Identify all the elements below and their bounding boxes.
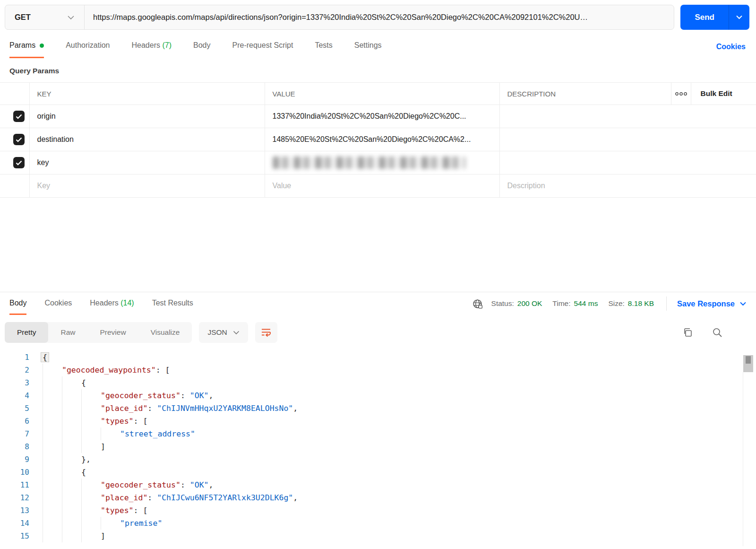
line-number: 1	[0, 351, 29, 364]
scrollbar-thumb[interactable]	[743, 355, 753, 372]
param-checkbox-cell	[0, 151, 29, 174]
indent-guide	[62, 389, 81, 402]
indent-guide	[62, 517, 81, 530]
param-value-input[interactable]: Value	[265, 174, 499, 198]
response-tab-test-results[interactable]: Test Results	[152, 292, 193, 315]
indent-guide	[43, 364, 62, 376]
code-content: {	[43, 466, 86, 479]
tab-headers[interactable]: Headers (7)	[132, 41, 172, 58]
param-description-cell[interactable]	[499, 105, 756, 128]
indent-guide	[81, 415, 101, 427]
param-key-cell[interactable]: origin	[29, 105, 265, 128]
json-key: "geocoded_waypoints"	[62, 366, 156, 375]
search-icon[interactable]	[712, 327, 723, 338]
wrap-lines-button[interactable]	[255, 322, 277, 343]
indent-guide	[43, 427, 62, 440]
indent-guide	[62, 479, 81, 491]
code-content: "place_id": "ChIJNVmHHqxU2YARKM8EALOHsNo…	[43, 402, 298, 415]
description-column-header: DESCRIPTION	[499, 83, 671, 105]
tab-settings[interactable]: Settings	[354, 41, 382, 58]
param-description-input[interactable]: Description	[499, 174, 756, 198]
param-key-input[interactable]: Key	[29, 174, 265, 198]
bulk-edit-button[interactable]: Bulk Edit	[691, 83, 756, 105]
json-punctuation: : [	[134, 417, 148, 426]
response-tab-headers[interactable]: Headers (14)	[90, 292, 134, 315]
json-key: "types"	[101, 506, 134, 515]
indent-guide	[62, 491, 81, 504]
code-content: ]	[43, 440, 105, 453]
checkbox-checked[interactable]	[13, 134, 25, 145]
redacted-api-key-value	[273, 157, 465, 169]
json-string: "ChIJNVmHHqxU2YARKM8EALOHsNo"	[157, 404, 293, 413]
tab-body[interactable]: Body	[193, 41, 210, 58]
method-selector[interactable]: GET	[5, 5, 85, 29]
json-punctuation: :	[180, 391, 190, 400]
json-punctuation: ,	[209, 480, 214, 489]
json-punctuation: : [	[134, 506, 148, 515]
indent-guide	[81, 517, 101, 530]
json-punctuation: :	[180, 480, 190, 489]
copy-icon[interactable]	[682, 327, 694, 338]
params-header-row: KEY VALUE DESCRIPTION Bulk Edit	[0, 83, 756, 105]
param-key-cell[interactable]: key	[29, 151, 265, 174]
view-preview-button[interactable]: Preview	[88, 322, 138, 343]
indent-guide	[43, 453, 62, 466]
tab-tests[interactable]: Tests	[315, 41, 332, 58]
json-punctuation: :	[147, 404, 157, 413]
response-meta: Status: 200 OK Time: 544 ms Size: 8.18 K…	[472, 292, 747, 315]
param-description-cell[interactable]	[499, 151, 756, 174]
param-value-cell[interactable]: 1337%20India%20St%2C%20San%20Diego%2C%20…	[265, 105, 499, 128]
format-select[interactable]: JSON	[199, 322, 248, 343]
send-button[interactable]: Send	[680, 5, 749, 30]
view-visualize-button[interactable]: Visualize	[138, 322, 192, 343]
line-number: 11	[0, 479, 29, 491]
indent-guide	[62, 376, 81, 389]
cookies-link[interactable]: Cookies	[716, 43, 746, 58]
line-number: 14	[0, 517, 29, 530]
chevron-down-icon	[736, 15, 743, 19]
code-line: 10{	[0, 466, 756, 479]
more-options-button[interactable]	[671, 83, 691, 105]
param-description-cell[interactable]	[499, 128, 756, 151]
line-number: 15	[0, 530, 29, 542]
tab-prerequest-script[interactable]: Pre-request Script	[232, 41, 293, 58]
json-string: "OK"	[190, 480, 209, 489]
checkbox-checked[interactable]	[13, 111, 25, 122]
code-content: {	[43, 376, 86, 389]
param-value-cell[interactable]: 1485%20E%20St%2C%20San%20Diego%2C%20CA%2…	[265, 128, 499, 151]
indent-guide	[81, 440, 101, 453]
send-options-chevron[interactable]	[729, 5, 749, 30]
indent-guide	[43, 491, 62, 504]
param-row: destination1485%20E%20St%2C%20San%20Dieg…	[0, 128, 756, 151]
line-number: 4	[0, 389, 29, 402]
param-key-cell[interactable]: destination	[29, 128, 265, 151]
code-content: "geocoder_status": "OK",	[43, 479, 213, 491]
value-column-header: VALUE	[265, 83, 499, 105]
save-response-button[interactable]: Save Response	[677, 299, 747, 308]
tab-authorization[interactable]: Authorization	[66, 41, 110, 58]
url-input[interactable]: https://maps.googleapis.com/maps/api/dir…	[85, 5, 674, 29]
request-url-bar: GET https://maps.googleapis.com/maps/api…	[0, 0, 756, 30]
code-content: "premise"	[43, 517, 162, 530]
checkbox-column-header	[0, 83, 29, 105]
indent-guide	[81, 389, 101, 402]
url-container: GET https://maps.googleapis.com/maps/api…	[5, 5, 674, 30]
code-content: "types": [	[43, 415, 147, 427]
code-line: 4"geocoder_status": "OK",	[0, 389, 756, 402]
response-view-bar: Pretty Raw Preview Visualize JSON	[5, 322, 747, 343]
response-body-editor[interactable]: 1{2"geocoded_waypoints": [3{4"geocoder_s…	[0, 349, 756, 546]
checkbox-checked[interactable]	[13, 157, 25, 168]
param-value-cell[interactable]	[265, 151, 499, 174]
indent-guide	[43, 389, 62, 402]
response-tab-cookies[interactable]: Cookies	[44, 292, 72, 315]
indent-guide	[43, 517, 62, 530]
response-tab-body[interactable]: Body	[9, 292, 26, 315]
view-raw-button[interactable]: Raw	[48, 322, 87, 343]
indent-guide	[101, 517, 120, 530]
line-number: 5	[0, 402, 29, 415]
tab-params[interactable]: Params	[9, 41, 44, 58]
method-label: GET	[15, 13, 31, 22]
view-pretty-button[interactable]: Pretty	[5, 322, 48, 343]
code-line: 7"street_address"	[0, 427, 756, 440]
code-line: 1{	[0, 351, 756, 364]
